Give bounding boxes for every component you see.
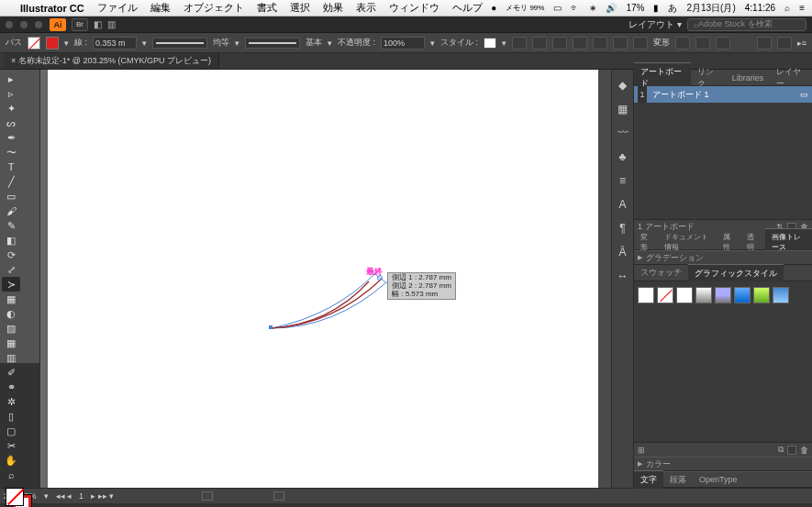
- align-t-button[interactable]: [593, 37, 607, 50]
- menu-edit[interactable]: 編集: [150, 1, 171, 15]
- shaper-tool[interactable]: ✎: [2, 218, 20, 233]
- hand-tool[interactable]: ✋: [2, 453, 20, 468]
- controlbar-menu-icon[interactable]: ▸≡: [797, 39, 806, 48]
- fill-color[interactable]: [6, 488, 24, 506]
- recolor-button[interactable]: [512, 37, 527, 50]
- isolate-button[interactable]: [675, 37, 690, 50]
- arrange-icon[interactable]: ▥: [107, 19, 116, 29]
- style-none[interactable]: [657, 287, 673, 303]
- color-header[interactable]: ▶カラー: [634, 457, 812, 471]
- style-white[interactable]: [676, 287, 693, 303]
- align-b-button[interactable]: [633, 37, 648, 50]
- type-tool[interactable]: T: [2, 160, 20, 174]
- style-green[interactable]: [753, 287, 770, 303]
- align-c-button[interactable]: [552, 37, 567, 50]
- bridge-button[interactable]: Br: [72, 18, 88, 31]
- artboard-options-icon[interactable]: ▭: [800, 90, 808, 99]
- panel-icon-swatches[interactable]: ▦: [617, 103, 629, 116]
- menu-file[interactable]: ファイル: [97, 1, 138, 15]
- stroke-width-input[interactable]: [93, 37, 137, 50]
- perspective-tool[interactable]: ▨: [2, 321, 20, 336]
- tab-character[interactable]: 文字: [634, 470, 663, 489]
- document-tab[interactable]: × 名称未設定-1* @ 203.25% (CMYK/GPU プレビュー): [4, 53, 219, 69]
- style-sky[interactable]: [773, 287, 789, 303]
- fill-swatch[interactable]: [28, 37, 40, 50]
- panel-icon-glyphs[interactable]: Ä: [617, 246, 629, 259]
- curvature-tool[interactable]: 〜: [2, 145, 20, 160]
- tab-swatches[interactable]: スウォッチ: [634, 264, 688, 281]
- app-name[interactable]: Illustrator CC: [20, 3, 84, 14]
- rectangle-tool[interactable]: ▭: [2, 189, 20, 204]
- menu-help[interactable]: ヘルプ: [452, 1, 483, 15]
- artboard-number-field[interactable]: 1: [79, 491, 83, 501]
- style-default[interactable]: [638, 287, 654, 303]
- status-icon-1[interactable]: [202, 491, 213, 501]
- panel-icon-brushes[interactable]: 〰: [617, 127, 629, 139]
- vertical-scrollbar[interactable]: [598, 70, 611, 488]
- panel-icon-character[interactable]: A: [617, 198, 629, 211]
- panel-icon-stroke[interactable]: ≡: [617, 174, 629, 187]
- artboard-row[interactable]: 1 アートボード 1 ▭: [634, 86, 812, 103]
- scale-tool[interactable]: ⤢: [2, 262, 20, 277]
- delete-style-icon[interactable]: 🗑: [800, 446, 808, 455]
- edit-button[interactable]: [695, 37, 710, 50]
- window-close[interactable]: [6, 21, 13, 28]
- eraser-tool[interactable]: ◧: [2, 233, 20, 248]
- slice-tool[interactable]: ✂: [2, 438, 20, 453]
- direct-selection-tool[interactable]: ▹: [2, 86, 20, 101]
- opacity-input[interactable]: [381, 37, 425, 50]
- fill-stroke-swatches[interactable]: [4, 486, 36, 507]
- transform-link[interactable]: 変形: [653, 37, 670, 49]
- status-ime-icon[interactable]: あ: [668, 2, 677, 15]
- align-m-button[interactable]: [613, 37, 628, 50]
- notification-icon[interactable]: ≡: [799, 3, 805, 13]
- status-icon-2[interactable]: [273, 491, 284, 501]
- panel-toggle-2[interactable]: [777, 37, 792, 50]
- blend-tool[interactable]: ⚭: [2, 380, 20, 394]
- pen-tool[interactable]: ✒: [2, 130, 20, 145]
- stroke-swatch[interactable]: [46, 37, 59, 50]
- styles-lib-icon[interactable]: ⊞: [638, 446, 645, 455]
- gradient-tool[interactable]: ▥: [2, 350, 20, 365]
- tab-close-icon[interactable]: ×: [11, 56, 16, 65]
- tab-paragraph[interactable]: 段落: [663, 471, 693, 489]
- spotlight-icon[interactable]: ⌕: [784, 3, 790, 13]
- menu-effect[interactable]: 効果: [323, 1, 343, 15]
- menu-type[interactable]: 書式: [257, 1, 277, 15]
- menu-object[interactable]: オブジェクト: [184, 1, 244, 15]
- style-blue[interactable]: [734, 287, 751, 303]
- width-tool[interactable]: ≻: [2, 277, 20, 292]
- panel-toggle-1[interactable]: [757, 37, 772, 50]
- more-button[interactable]: [716, 37, 730, 50]
- canvas[interactable]: 最終 側辺 1 : 2.787 mm 側辺 2 : 2.787 mm 幅 : 5…: [40, 70, 611, 488]
- panel-icon-symbols[interactable]: ♣: [617, 150, 629, 163]
- style-grad-soft[interactable]: [715, 287, 731, 303]
- eyedropper-tool[interactable]: ✐: [2, 365, 20, 380]
- zoom-tool[interactable]: ⌕: [2, 468, 20, 482]
- paintbrush-tool[interactable]: 🖌: [2, 204, 20, 218]
- new-style-button[interactable]: [787, 446, 796, 455]
- rotate-tool[interactable]: ⟳: [2, 248, 20, 262]
- brush-definition[interactable]: [245, 38, 300, 49]
- panel-icon-paragraph[interactable]: ¶: [617, 222, 629, 235]
- menu-view[interactable]: 表示: [356, 1, 376, 15]
- menu-select[interactable]: 選択: [290, 1, 310, 15]
- lasso-tool[interactable]: ᔕ: [2, 116, 20, 130]
- window-zoom[interactable]: [35, 21, 42, 28]
- panel-icon-transform[interactable]: ↔: [617, 270, 629, 282]
- style-grad-gray[interactable]: [695, 287, 712, 303]
- menu-window[interactable]: ウィンドウ: [389, 1, 439, 15]
- tab-graphic-styles[interactable]: グラフィックスタイル: [688, 264, 784, 282]
- mesh-tool[interactable]: ▦: [2, 336, 20, 350]
- free-transform-tool[interactable]: ▦: [2, 292, 20, 306]
- graph-tool[interactable]: ▯: [2, 409, 20, 424]
- line-tool[interactable]: ╱: [2, 174, 20, 189]
- tab-opentype[interactable]: OpenType: [693, 472, 744, 487]
- tab-libraries[interactable]: Libraries: [726, 71, 771, 85]
- symbol-sprayer-tool[interactable]: ✲: [2, 394, 20, 409]
- artboard-nav-prev[interactable]: ◂◂ ◂: [56, 491, 72, 501]
- shape-builder-tool[interactable]: ◐: [2, 306, 20, 321]
- sync-icon[interactable]: ◧: [94, 19, 102, 29]
- artboard-tool[interactable]: ▢: [2, 424, 20, 438]
- selection-tool[interactable]: ▸: [2, 72, 20, 86]
